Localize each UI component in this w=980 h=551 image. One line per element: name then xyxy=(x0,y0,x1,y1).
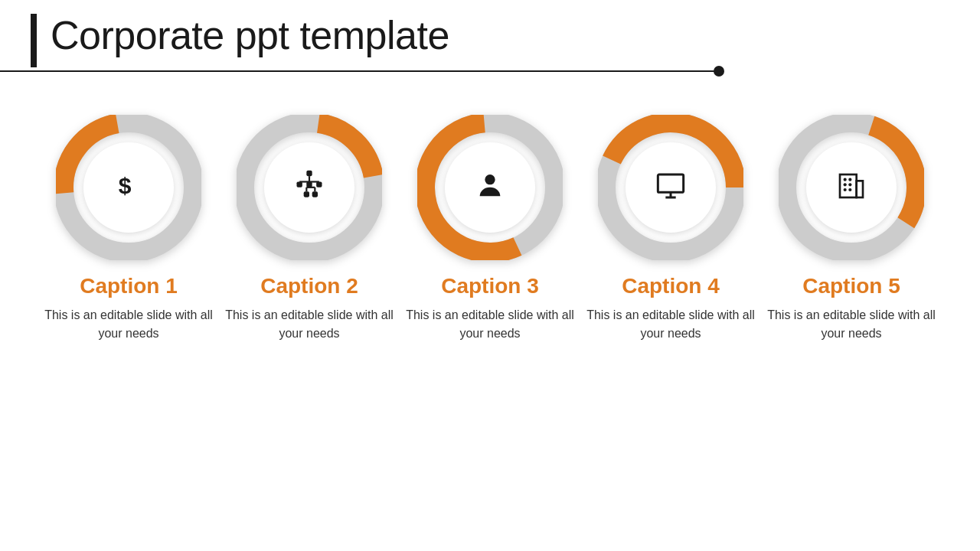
cards-container: $Caption 1This is an editable slide with… xyxy=(0,115,980,343)
svg-rect-4 xyxy=(297,182,302,187)
icon-wrapper-5 xyxy=(806,142,897,233)
svg-rect-10 xyxy=(312,191,318,197)
caption-title-2: Caption 2 xyxy=(260,274,358,298)
org-chart-icon xyxy=(292,169,326,206)
caption-title-5: Caption 5 xyxy=(802,274,900,298)
icon-wrapper-4 xyxy=(626,142,716,233)
card-4: Caption 4This is an editable slide with … xyxy=(580,115,761,343)
donut-4 xyxy=(598,115,743,260)
building-icon xyxy=(836,170,867,205)
caption-body-2: This is an editable slide with all your … xyxy=(219,306,400,343)
icon-wrapper-2 xyxy=(264,142,354,233)
slide: Corporate ppt template $Caption 1This is… xyxy=(0,0,980,551)
page-title: Corporate ppt template xyxy=(51,14,449,57)
svg-rect-6 xyxy=(316,182,322,187)
donut-5 xyxy=(779,115,924,260)
svg-rect-17 xyxy=(658,174,683,192)
svg-text:$: $ xyxy=(119,173,132,198)
caption-title-4: Caption 4 xyxy=(622,274,720,298)
monitor-icon xyxy=(654,171,688,204)
card-3: Caption 3This is an editable slide with … xyxy=(400,115,580,343)
caption-body-4: This is an editable slide with all your … xyxy=(580,306,761,343)
caption-body-5: This is an editable slide with all your … xyxy=(761,306,942,343)
icon-wrapper-3 xyxy=(445,142,535,233)
svg-rect-5 xyxy=(306,182,312,187)
card-2: Caption 2This is an editable slide with … xyxy=(219,115,400,343)
divider-line xyxy=(0,70,720,72)
svg-point-15 xyxy=(485,174,495,184)
svg-rect-22 xyxy=(857,181,863,197)
donut-2 xyxy=(237,115,382,260)
donut-3 xyxy=(417,115,563,260)
card-5: Caption 5This is an editable slide with … xyxy=(761,115,942,343)
svg-rect-3 xyxy=(306,171,312,176)
caption-body-3: This is an editable slide with all your … xyxy=(400,306,580,343)
divider-dot xyxy=(714,66,724,77)
header: Corporate ppt template xyxy=(0,0,980,67)
svg-rect-21 xyxy=(840,174,857,197)
caption-title-1: Caption 1 xyxy=(80,274,178,298)
card-1: $Caption 1This is an editable slide with… xyxy=(38,115,219,343)
icon-wrapper-1: $ xyxy=(83,142,174,233)
person-icon xyxy=(475,171,505,204)
svg-rect-9 xyxy=(304,191,309,197)
dollar-icon: $ xyxy=(113,171,144,204)
caption-title-3: Caption 3 xyxy=(441,274,539,298)
left-accent-bar xyxy=(31,14,37,67)
caption-body-1: This is an editable slide with all your … xyxy=(38,306,219,343)
donut-1: $ xyxy=(56,115,201,260)
